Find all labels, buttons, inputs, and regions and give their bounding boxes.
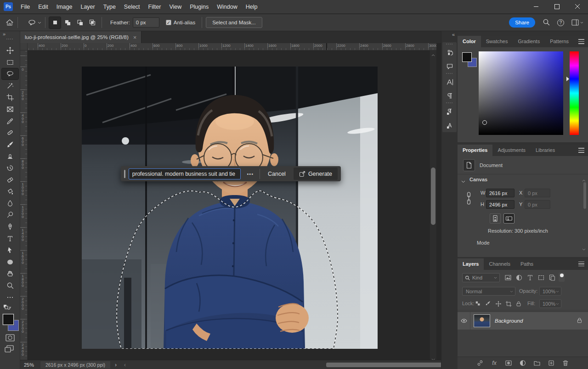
screen-mode-button[interactable] bbox=[5, 345, 14, 355]
adjustment-layer-filter-icon[interactable] bbox=[514, 274, 524, 282]
document-tab[interactable]: luo-ji-professional-selfie.jpg @ 25% (RG… bbox=[20, 31, 141, 43]
color-field-cursor[interactable] bbox=[482, 120, 487, 125]
width-input[interactable] bbox=[486, 189, 514, 197]
move-tool[interactable] bbox=[2, 45, 18, 56]
foreground-color-swatch[interactable] bbox=[3, 314, 14, 325]
menu-edit[interactable]: Edit bbox=[34, 0, 52, 14]
dock-grip[interactable] bbox=[442, 72, 457, 75]
status-expand-icon[interactable]: › bbox=[115, 362, 117, 368]
x-input[interactable] bbox=[525, 189, 550, 197]
vertical-scrollbar[interactable] bbox=[430, 50, 436, 360]
expand-toolbar-icon[interactable]: » bbox=[3, 31, 6, 37]
dodge-tool[interactable] bbox=[2, 209, 18, 220]
scroll-left-icon[interactable]: ‹ bbox=[124, 362, 126, 368]
lock-paint-icon[interactable] bbox=[484, 300, 492, 308]
prompt-input[interactable] bbox=[129, 168, 241, 179]
prompt-bar-drag-handle[interactable] bbox=[124, 170, 125, 178]
character-panel-icon[interactable] bbox=[442, 75, 457, 89]
collapse-section-icon[interactable] bbox=[461, 178, 465, 184]
layer-effects-icon[interactable]: fx bbox=[490, 360, 498, 366]
generate-button[interactable]: Generate bbox=[294, 168, 338, 180]
hand-tool[interactable] bbox=[2, 268, 18, 279]
layer-row-background[interactable]: Background bbox=[458, 312, 588, 330]
zoom-tool[interactable] bbox=[2, 280, 18, 291]
landscape-orientation-button[interactable] bbox=[503, 213, 514, 224]
frame-tool[interactable] bbox=[2, 104, 18, 115]
help-icon[interactable]: ? bbox=[557, 19, 564, 26]
tab-paths[interactable]: Paths bbox=[515, 258, 538, 270]
horizontal-scrollbar[interactable] bbox=[129, 362, 424, 368]
tab-patterns[interactable]: Patterns bbox=[545, 36, 574, 47]
add-to-selection-icon[interactable] bbox=[62, 17, 73, 28]
tab-layers[interactable]: Layers bbox=[458, 258, 484, 270]
menu-help[interactable]: Help bbox=[242, 0, 262, 14]
history-panel-icon[interactable] bbox=[442, 46, 457, 60]
panel-menu-icon[interactable] bbox=[578, 148, 584, 153]
tab-color[interactable]: Color bbox=[458, 36, 481, 47]
lock-all-icon[interactable] bbox=[514, 300, 523, 308]
rectangular-marquee-tool[interactable] bbox=[2, 57, 18, 68]
constrain-link-icon[interactable] bbox=[466, 190, 472, 208]
ruler-corner[interactable] bbox=[20, 43, 28, 50]
panel-menu-icon[interactable] bbox=[578, 39, 584, 44]
swap-colors-icon[interactable] bbox=[2, 304, 12, 312]
home-icon[interactable] bbox=[6, 19, 14, 26]
lock-artboard-icon[interactable] bbox=[504, 300, 513, 308]
menu-window[interactable]: Window bbox=[213, 0, 241, 14]
panel-menu-icon[interactable] bbox=[578, 262, 584, 267]
foreground-background-swatches[interactable] bbox=[462, 52, 479, 69]
collapse-dock-icon[interactable]: « bbox=[452, 32, 455, 37]
character-styles-panel-icon[interactable] bbox=[442, 118, 457, 132]
tab-swatches[interactable]: Swatches bbox=[481, 36, 513, 47]
lasso-tool[interactable] bbox=[2, 68, 18, 79]
color-field[interactable] bbox=[479, 51, 563, 135]
horizontal-scrollbar-thumb[interactable] bbox=[326, 363, 442, 367]
layer-filter-toggle[interactable] bbox=[559, 273, 565, 282]
dock-grip[interactable] bbox=[442, 42, 457, 46]
lock-transparent-icon[interactable] bbox=[474, 300, 482, 308]
height-input[interactable] bbox=[486, 200, 514, 209]
layer-filter-kind-select[interactable]: Kind bbox=[462, 273, 500, 282]
smart-object-filter-icon[interactable] bbox=[548, 274, 557, 282]
opacity-value[interactable]: 100% bbox=[539, 287, 561, 296]
new-group-icon[interactable] bbox=[533, 359, 541, 367]
hue-slider[interactable] bbox=[570, 51, 579, 135]
blend-mode-select[interactable]: Normal bbox=[462, 287, 515, 296]
scroll-down-icon[interactable] bbox=[582, 246, 586, 252]
menu-plugins[interactable]: Plugins bbox=[186, 0, 213, 14]
feather-input[interactable] bbox=[133, 17, 159, 28]
menu-view[interactable]: View bbox=[165, 0, 186, 14]
document-dimensions[interactable]: 2616 px x 2496 px (300 ppi) bbox=[40, 361, 110, 369]
vertical-scrollbar-thumb[interactable] bbox=[431, 168, 435, 225]
menu-layer[interactable]: Layer bbox=[76, 0, 99, 14]
select-and-mask-button[interactable]: Select and Mask... bbox=[206, 17, 262, 28]
workspace-icon[interactable] bbox=[571, 19, 583, 26]
close-tab-icon[interactable]: × bbox=[133, 34, 137, 41]
layer-visibility-cell[interactable] bbox=[458, 312, 470, 330]
tab-channels[interactable]: Channels bbox=[484, 258, 515, 270]
foreground-color-swatch[interactable] bbox=[462, 52, 472, 62]
tab-adjustments[interactable]: Adjustments bbox=[492, 145, 531, 156]
intersect-selection-icon[interactable] bbox=[86, 17, 98, 28]
blur-tool[interactable] bbox=[2, 198, 18, 209]
quick-mask-button[interactable] bbox=[6, 334, 15, 343]
pen-tool[interactable] bbox=[2, 221, 18, 232]
link-layers-icon[interactable] bbox=[476, 359, 484, 367]
clone-stamp-tool[interactable] bbox=[2, 151, 18, 162]
tab-libraries[interactable]: Libraries bbox=[531, 145, 560, 156]
type-tool[interactable] bbox=[2, 233, 18, 244]
close-button[interactable] bbox=[567, 0, 588, 14]
y-input[interactable] bbox=[525, 200, 550, 209]
tab-properties[interactable]: Properties bbox=[458, 145, 492, 156]
menu-select[interactable]: Select bbox=[120, 0, 144, 14]
adjustment-layer-icon[interactable] bbox=[519, 359, 527, 367]
lock-position-icon[interactable] bbox=[494, 300, 503, 308]
tab-gradients[interactable]: Gradients bbox=[513, 36, 545, 47]
minimize-button[interactable] bbox=[526, 0, 547, 14]
fill-value[interactable]: 100% bbox=[539, 299, 561, 308]
menu-file[interactable]: File bbox=[17, 0, 34, 14]
properties-scrollbar[interactable] bbox=[583, 178, 587, 251]
crop-tool[interactable] bbox=[2, 92, 18, 103]
portrait-orientation-button[interactable] bbox=[490, 213, 501, 224]
search-icon[interactable] bbox=[543, 18, 550, 27]
